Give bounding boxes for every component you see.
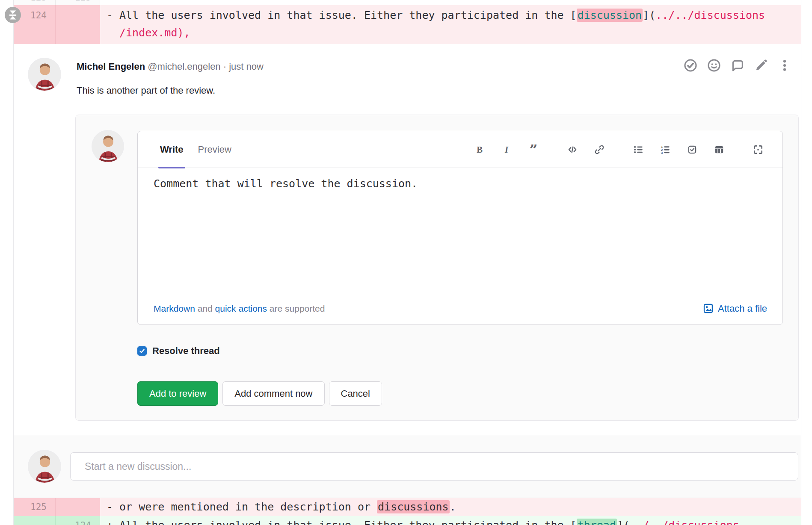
merge-request-diff-discussion: 123 123 124 -All the users involved in t…	[13, 0, 801, 525]
new-discussion-input[interactable]	[70, 452, 798, 481]
italic-icon[interactable]: I	[501, 144, 512, 155]
old-line-number[interactable]	[14, 516, 56, 525]
old-line-number[interactable]: 123	[14, 0, 56, 5]
added-sign: +	[107, 516, 119, 525]
word-diff-highlight: discussion	[577, 9, 643, 22]
diff-line-added: 124 +All the users involved in that issu…	[14, 516, 801, 525]
edit-pencil-icon[interactable]	[754, 58, 768, 73]
svg-text:3: 3	[661, 150, 663, 154]
reply-form: Write Preview B I ”	[75, 115, 799, 421]
note-body-text: This is another part of the review.	[77, 85, 215, 96]
table-icon[interactable]	[714, 144, 725, 155]
editor-toolbar: B I ”	[474, 144, 782, 155]
old-line-number[interactable]: 125	[14, 498, 56, 516]
discussion-note: Michel Engelen @michel.engelen · just no…	[14, 44, 801, 435]
editor-footer: Markdown and quick actions are supported…	[138, 303, 782, 324]
new-line-number[interactable]	[56, 498, 100, 516]
removed-sign: -	[107, 498, 119, 516]
new-discussion-section	[14, 435, 801, 498]
new-line-number[interactable]: 124	[56, 516, 100, 525]
collapse-discussion-icon[interactable]	[5, 7, 21, 23]
svg-text:B: B	[477, 145, 483, 154]
quote-icon[interactable]: ”	[528, 144, 539, 155]
diff-code: +All the users involved in that issue. E…	[100, 516, 801, 525]
editor-header: Write Preview B I ”	[138, 131, 782, 168]
tab-preview[interactable]: Preview	[198, 131, 231, 168]
tab-write[interactable]: Write	[160, 131, 184, 168]
resolve-thread-checkbox[interactable]	[137, 346, 147, 356]
form-actions: Add to review Add comment now Cancel	[137, 381, 382, 406]
current-user-avatar[interactable]	[92, 130, 124, 162]
resolve-thread-checkbox-row[interactable]: Resolve thread	[137, 345, 220, 357]
resolve-thread-label: Resolve thread	[152, 345, 220, 357]
removed-sign: -	[107, 6, 119, 24]
add-to-review-button[interactable]: Add to review	[137, 381, 218, 406]
note-timestamp: just now	[229, 61, 264, 72]
attach-image-icon	[702, 303, 714, 314]
word-diff-highlight: discussions	[377, 500, 450, 513]
emoji-reaction-icon[interactable]	[707, 58, 721, 73]
note-actions	[683, 58, 792, 73]
svg-text:”: ”	[530, 144, 538, 155]
diff-line-context: 123 123	[14, 0, 801, 5]
diff-line-removed: 124 -All the users involved in that issu…	[14, 5, 801, 44]
link-icon[interactable]	[594, 144, 605, 155]
author-name[interactable]: Michel Engelen	[77, 61, 145, 72]
diff-code: -or were mentioned in the description or…	[100, 498, 801, 516]
task-list-icon[interactable]	[687, 144, 698, 155]
fullscreen-icon[interactable]	[753, 144, 764, 155]
bold-icon[interactable]: B	[474, 144, 485, 155]
diff-line-removed: 125 -or were mentioned in the descriptio…	[14, 498, 801, 516]
numbered-list-icon[interactable]: 1 2 3	[660, 144, 671, 155]
comment-icon[interactable]	[730, 58, 745, 73]
markdown-help-link[interactable]: Markdown	[154, 304, 195, 314]
new-line-number[interactable]: 123	[56, 0, 100, 5]
note-header: Michel Engelen @michel.engelen · just no…	[77, 60, 264, 73]
bulleted-list-icon[interactable]	[633, 144, 644, 155]
diff-code: -All the users involved in that issue. E…	[100, 5, 801, 44]
code-icon[interactable]	[567, 144, 578, 155]
svg-text:I: I	[504, 145, 509, 154]
markdown-editor: Write Preview B I ”	[137, 131, 783, 325]
more-options-icon[interactable]	[777, 58, 792, 73]
author-avatar[interactable]	[28, 58, 61, 91]
cancel-button[interactable]: Cancel	[329, 381, 382, 406]
add-comment-now-button[interactable]: Add comment now	[222, 381, 324, 406]
current-user-avatar[interactable]	[28, 450, 61, 483]
resolve-thread-check-icon[interactable]	[683, 58, 698, 73]
author-handle[interactable]: @michel.engelen	[148, 61, 220, 72]
word-diff-highlight: thread	[577, 519, 617, 525]
comment-textarea[interactable]: Comment that will resolve the discussion…	[138, 168, 782, 303]
attach-file-button[interactable]: Attach a file	[702, 303, 767, 314]
diff-code	[100, 0, 801, 5]
new-line-number[interactable]	[56, 5, 100, 44]
quick-actions-help-link[interactable]: quick actions	[215, 304, 267, 314]
